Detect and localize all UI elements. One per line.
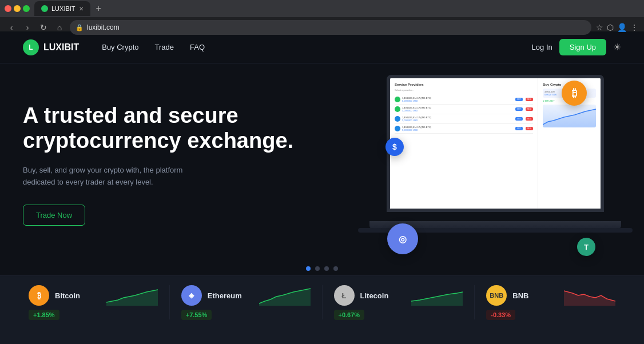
hero-visual: ✦ Service Providers Select a provider... [358, 69, 633, 263]
svg-marker-4 [259, 289, 311, 306]
window-controls[interactable] [5, 5, 30, 12]
trade-now-button[interactable]: Trade Now [23, 205, 85, 226]
menu-icon[interactable]: ⋮ [630, 23, 638, 32]
reload-button[interactable]: ↻ [38, 23, 49, 32]
bnb-name: BNB [512, 291, 528, 300]
nav-buy-crypto[interactable]: Buy Crypto [102, 43, 138, 51]
address-bar[interactable]: 🔒 luxibit.com [70, 20, 591, 35]
header-actions: Log In Sign Up ☀ [532, 39, 621, 55]
eth-float-icon: ◎ [387, 223, 418, 254]
extensions-icon[interactable]: ⬡ [607, 23, 614, 32]
bitcoin-chart [106, 285, 158, 306]
bitcoin-bottom: +1.85% [29, 309, 158, 319]
signup-button[interactable]: Sign Up [559, 39, 606, 55]
carousel-dot-3[interactable] [324, 266, 329, 271]
tab-title: LUXIBIT [51, 5, 75, 12]
bitcoin-change: +1.85% [29, 310, 59, 320]
bnb-chart [564, 285, 615, 306]
nav-faq[interactable]: FAQ [190, 43, 205, 51]
maximize-button[interactable] [23, 5, 30, 12]
back-button[interactable]: ‹ [6, 23, 17, 32]
litecoin-change: +0.67% [334, 310, 365, 320]
logo-text: LUXIBIT [43, 42, 79, 53]
tab-bar: LUXIBIT ✕ + [34, 1, 639, 16]
ethereum-info: ◈ Ethereum [181, 285, 242, 306]
bitcoin-icon: ₿ [29, 285, 49, 306]
bnb-change: -0.33% [486, 310, 515, 320]
main-nav: Buy Crypto Trade FAQ [102, 43, 205, 51]
svg-marker-3 [106, 290, 158, 306]
tether-float-icon: T [577, 238, 595, 256]
minimize-button[interactable] [14, 5, 21, 12]
litecoin-chart [411, 285, 463, 306]
bookmark-icon[interactable]: ☆ [596, 23, 603, 32]
login-button[interactable]: Log In [532, 43, 552, 51]
dollar-float-icon: $ [385, 138, 404, 156]
hero-content: A trusted and secure cryptocurrency exch… [23, 92, 297, 226]
website-content: L LUXIBIT Buy Crypto Trade FAQ Log In Si… [0, 31, 644, 344]
url-text: luxibit.com [87, 23, 120, 31]
ssl-icon: 🔒 [75, 24, 84, 31]
site-header: L LUXIBIT Buy Crypto Trade FAQ Log In Si… [0, 31, 644, 63]
browser-actions: ☆ ⬡ 👤 ⋮ [596, 23, 638, 32]
browser-navigation: ‹ › ↻ ⌂ 🔒 luxibit.com ☆ ⬡ 👤 ⋮ [0, 17, 644, 38]
browser-tab-bar: LUXIBIT ✕ + [0, 0, 644, 17]
crypto-ticker: ₿ Bitcoin +1.85% ◈ Ethereum [0, 275, 644, 344]
ticker-bitcoin: ₿ Bitcoin +1.85% [17, 285, 170, 319]
logo[interactable]: L LUXIBIT [23, 39, 79, 55]
home-button[interactable]: ⌂ [54, 23, 65, 32]
tab-favicon [41, 5, 48, 12]
ethereum-change: +7.55% [181, 310, 212, 320]
close-button[interactable] [5, 5, 11, 12]
litecoin-info: Ł Litecoin [334, 285, 389, 306]
btc-float-icon: ₿ [562, 81, 587, 106]
ticker-litecoin: Ł Litecoin +0.67% [323, 285, 475, 319]
new-tab-button[interactable]: + [94, 3, 104, 14]
svg-marker-5 [411, 292, 463, 306]
forward-button[interactable]: › [22, 23, 33, 32]
ticker-ethereum: ◈ Ethereum +7.55% [170, 285, 323, 319]
hero-section: A trusted and secure cryptocurrency exch… [0, 63, 644, 275]
svg-marker-2 [543, 109, 596, 127]
bitcoin-name: Bitcoin [55, 291, 80, 300]
logo-icon: L [23, 39, 39, 55]
litecoin-name: Litecoin [360, 291, 389, 300]
carousel-dot-4[interactable] [333, 266, 338, 271]
litecoin-icon: Ł [334, 285, 355, 306]
theme-toggle[interactable]: ☀ [613, 42, 621, 53]
tab-close-icon[interactable]: ✕ [79, 6, 84, 12]
browser-chrome: LUXIBIT ✕ + ‹ › ↻ ⌂ 🔒 luxibit.com ☆ ⬡ 👤 … [0, 0, 644, 31]
ethereum-chart [259, 285, 311, 306]
carousel-dot-2[interactable] [315, 266, 320, 271]
hero-subtitle: Buy, sell, and grow your crypto with, th… [23, 165, 194, 189]
carousel-dots [306, 266, 338, 271]
active-tab[interactable]: LUXIBIT ✕ [34, 1, 90, 16]
bnb-info: BNB BNB [486, 285, 528, 306]
ethereum-icon: ◈ [181, 285, 202, 306]
bitcoin-info: ₿ Bitcoin [29, 285, 80, 306]
profile-icon[interactable]: 👤 [617, 23, 627, 32]
carousel-dot-1[interactable] [306, 266, 311, 271]
hero-title: A trusted and secure cryptocurrency exch… [23, 103, 297, 153]
ticker-bnb: BNB BNB -0.33% [475, 285, 627, 319]
bnb-icon: BNB [486, 285, 507, 306]
nav-trade[interactable]: Trade [155, 43, 174, 51]
ethereum-name: Ethereum [208, 291, 242, 300]
